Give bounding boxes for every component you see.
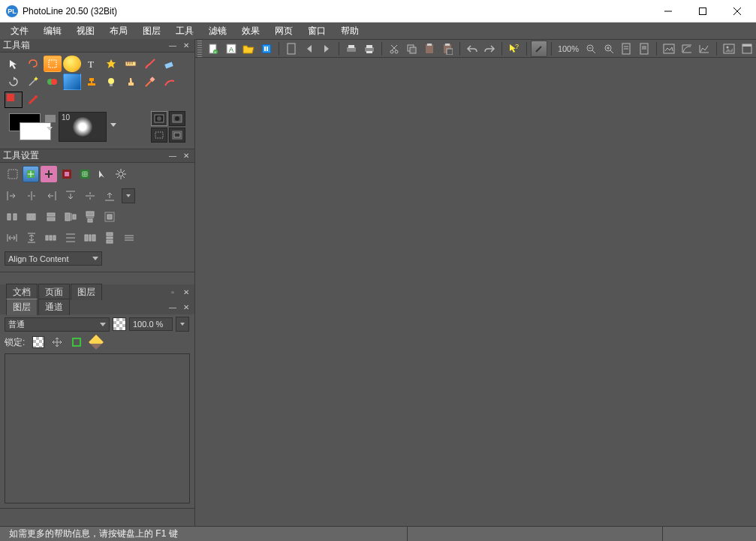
align-bottom-icon[interactable] xyxy=(102,188,117,203)
space-3-icon[interactable] xyxy=(44,230,59,245)
tool-brush[interactable] xyxy=(141,56,159,72)
dist-6-icon[interactable] xyxy=(102,209,117,224)
dist-1-icon[interactable] xyxy=(5,209,20,224)
new-image-icon[interactable]: A xyxy=(223,41,239,57)
dist-3-icon[interactable] xyxy=(44,209,59,224)
tab-document[interactable]: 文档 xyxy=(6,284,38,300)
swap-colors-icon[interactable] xyxy=(45,115,56,122)
layer-minimize-icon[interactable]: — xyxy=(167,302,178,312)
ts-btn-gear-icon[interactable] xyxy=(113,166,129,182)
tool-lasso[interactable] xyxy=(24,56,42,72)
align-hcenter-icon[interactable] xyxy=(24,188,39,203)
tool-eraser[interactable] xyxy=(161,56,179,72)
space-1-icon[interactable] xyxy=(5,230,20,245)
tool-crop-region[interactable] xyxy=(44,56,62,72)
help-cursor-icon[interactable]: ? xyxy=(506,41,523,57)
page-icon[interactable] xyxy=(283,41,300,57)
space-6-icon[interactable] xyxy=(102,230,117,245)
redo-icon[interactable] xyxy=(482,41,498,57)
tool-color-replace[interactable] xyxy=(44,74,62,90)
hist-a-icon[interactable] xyxy=(679,41,695,57)
canvas-area[interactable] xyxy=(195,58,756,526)
menu-layer[interactable]: 图层 xyxy=(135,23,168,39)
menu-filter[interactable]: 滤镜 xyxy=(201,23,234,39)
stack-icon[interactable] xyxy=(258,41,275,57)
menu-web[interactable]: 网页 xyxy=(267,23,300,39)
align-dropdown-icon[interactable] xyxy=(122,188,135,203)
tool-gradient[interactable] xyxy=(63,74,81,90)
menu-effect[interactable]: 效果 xyxy=(234,23,267,39)
align-vcenter-icon[interactable] xyxy=(83,188,98,203)
tool-finger[interactable] xyxy=(122,74,140,90)
fullscreen-icon[interactable] xyxy=(739,41,755,57)
align-to-dropdown[interactable]: Align To Content xyxy=(5,251,102,266)
align-left-icon[interactable] xyxy=(5,188,20,203)
tool-ruler[interactable] xyxy=(122,56,140,72)
lock-move-icon[interactable] xyxy=(50,335,64,349)
opacity-field[interactable]: 100.0 % xyxy=(129,317,173,331)
tool-stamp[interactable] xyxy=(83,74,101,90)
screen-mode-a-icon[interactable] xyxy=(151,128,167,143)
zoom-in-icon[interactable] xyxy=(601,41,617,57)
space-5-icon[interactable] xyxy=(83,230,98,245)
image-b-icon[interactable] xyxy=(721,41,737,57)
toolbar-grip[interactable] xyxy=(197,41,202,57)
copy-icon[interactable] xyxy=(404,41,420,57)
blend-mode-dropdown[interactable]: 普通 xyxy=(5,317,110,332)
menu-layout[interactable]: 布局 xyxy=(102,23,135,39)
close-button[interactable] xyxy=(720,0,754,23)
ts-btn-1[interactable] xyxy=(5,166,21,182)
ts-btn-5[interactable] xyxy=(77,166,93,182)
tool-healing-brush[interactable] xyxy=(141,74,159,90)
tool-bulb[interactable] xyxy=(102,74,120,90)
doc-view-a-icon[interactable] xyxy=(619,41,635,57)
layer-close-icon[interactable]: ✕ xyxy=(181,302,191,312)
screen-mode-b-icon[interactable] xyxy=(169,128,185,143)
maximize-button[interactable] xyxy=(685,0,720,23)
lock-transparency-icon[interactable] xyxy=(32,336,44,348)
space-2-icon[interactable] xyxy=(24,230,39,245)
dist-5-icon[interactable] xyxy=(83,209,98,224)
brush-preview[interactable]: 10 xyxy=(59,112,107,142)
tool-star[interactable] xyxy=(102,56,120,72)
menu-help[interactable]: 帮助 xyxy=(333,23,366,39)
dist-2-icon[interactable] xyxy=(24,209,39,224)
tool-arrow[interactable] xyxy=(5,56,23,72)
toolbox-minimize-icon[interactable]: — xyxy=(167,41,178,51)
tool-smudge[interactable] xyxy=(161,74,179,90)
open-icon[interactable] xyxy=(240,41,257,57)
space-4-icon[interactable] xyxy=(63,230,78,245)
tool-circle-fill[interactable] xyxy=(63,56,81,72)
tool-settings-minimize-icon[interactable]: — xyxy=(167,151,178,161)
ts-btn-6[interactable] xyxy=(95,166,111,182)
menu-tools[interactable]: 工具 xyxy=(168,23,201,39)
quickmask-b-icon[interactable] xyxy=(169,111,185,126)
lock-crop-icon[interactable] xyxy=(70,335,83,349)
paste-icon[interactable] xyxy=(421,41,438,57)
quickmask-a-icon[interactable] xyxy=(151,111,167,126)
brush-tool-icon[interactable] xyxy=(531,41,547,57)
paste-into-icon[interactable] xyxy=(439,41,456,57)
menu-edit[interactable]: 编辑 xyxy=(36,23,69,39)
tab-layer-sub[interactable]: 图层 xyxy=(6,299,38,315)
background-color[interactable] xyxy=(20,122,51,140)
opacity-dropdown-icon[interactable] xyxy=(176,317,189,332)
tool-text[interactable]: T xyxy=(83,56,101,72)
ts-btn-3[interactable] xyxy=(41,166,57,182)
print-preview-icon[interactable] xyxy=(343,41,360,57)
tool-mask[interactable] xyxy=(5,92,23,108)
color-dropdown-icon[interactable] xyxy=(47,127,53,131)
menu-window[interactable]: 窗口 xyxy=(300,23,333,39)
tab-pages[interactable]: 页面 xyxy=(38,284,70,300)
nav-next-icon[interactable] xyxy=(319,41,336,57)
opacity-checker-icon[interactable] xyxy=(113,317,126,331)
doc-restore-icon[interactable]: ▫ xyxy=(167,287,178,297)
tool-magic-wand[interactable] xyxy=(24,74,42,90)
tool-rotate[interactable] xyxy=(5,74,23,90)
printer-icon[interactable] xyxy=(361,41,378,57)
toolbox-close-icon[interactable]: ✕ xyxy=(181,41,191,51)
ts-btn-2[interactable] xyxy=(23,166,39,182)
minimize-button[interactable] xyxy=(651,0,685,23)
hist-b-icon[interactable] xyxy=(697,41,713,57)
doc-view-b-icon[interactable] xyxy=(636,41,652,57)
